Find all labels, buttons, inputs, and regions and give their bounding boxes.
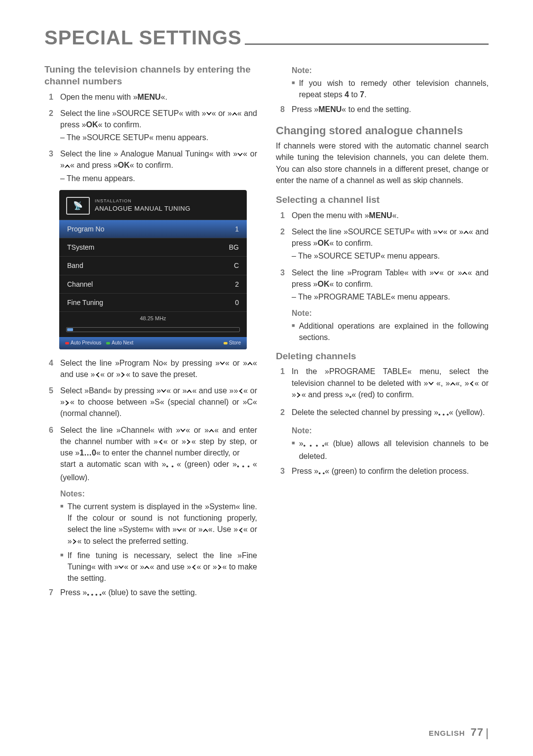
step-1: Open the menu with »MENU«.: [60, 91, 257, 103]
signal-bar: [66, 327, 240, 332]
note-item: ■If you wish to remedy other television …: [292, 77, 489, 100]
antenna-icon: 📡: [66, 197, 90, 215]
step-8: Press »MENU« to end the setting.: [292, 104, 489, 115]
section-heading: Changing stored analogue channels: [276, 124, 489, 138]
note-item: ■The current system is displayed in the …: [60, 501, 257, 547]
step-2: Select the line »SOURCE SETUP« with »« o…: [60, 108, 257, 144]
menu-row[interactable]: BandC: [59, 256, 247, 274]
step-6: Select the line »Channel« with »« or »« …: [60, 424, 257, 483]
paragraph: If channels were stored with the automat…: [276, 140, 489, 186]
tv-menu-panel: 📡INSTALLATIONANALOGUE MANUAL TUNING Prog…: [59, 190, 247, 349]
note-item: ■Additional operations are explained in …: [292, 320, 489, 343]
step-3: Select the line » Analogue Manual Tuning…: [60, 148, 257, 184]
step-2: Delete the selected channel by pressing …: [292, 407, 489, 420]
section-heading: Deleting channels: [276, 350, 489, 362]
step-3: Press »• •« (green) to confirm the delet…: [292, 465, 489, 479]
up-icon: [231, 111, 238, 117]
step-7: Press »• • • •« (blue) to save the setti…: [60, 587, 257, 600]
page-title: SPECIAL SETTINGS: [44, 27, 489, 49]
step-1: Open the menu with »MENU«.: [292, 210, 489, 221]
menu-row[interactable]: Fine Tuning0: [59, 293, 247, 311]
section-heading: Selecting a channel list: [276, 194, 489, 206]
step-1: In the »PROGRAME TABLE« menu, select the…: [292, 366, 489, 402]
step-4: Select the line »Program No« by pressing…: [60, 357, 257, 380]
page-footer: ENGLISH 77: [429, 726, 489, 739]
step-2: Select the line »SOURCE SETUP« with »« o…: [292, 226, 489, 262]
left-column: Tuning the television channels by enteri…: [44, 62, 257, 605]
auto-next-button[interactable]: Auto Next: [106, 340, 133, 347]
up-icon: [64, 163, 71, 169]
note-item: ■»• • • •« (blue) allows all television …: [292, 438, 489, 462]
right-column: Note: ■If you wish to remedy other telev…: [276, 62, 489, 605]
manual-page: SPECIAL SETTINGS Tuning the television c…: [0, 0, 533, 756]
menu-row[interactable]: TSystemBG: [59, 238, 247, 256]
step-5: Select »Band« by pressing »« or »« and u…: [60, 385, 257, 419]
store-button[interactable]: Store: [224, 340, 241, 347]
auto-prev-button[interactable]: Auto Previous: [65, 340, 101, 347]
step-3: Select the line »Program Table« with »« …: [292, 267, 489, 303]
note-item: ■If fine tuning is necessary, select the…: [60, 550, 257, 584]
menu-row[interactable]: Program No1: [59, 220, 247, 238]
section-heading: Tuning the television channels by enteri…: [44, 64, 257, 87]
menu-row[interactable]: Channel2: [59, 275, 247, 293]
